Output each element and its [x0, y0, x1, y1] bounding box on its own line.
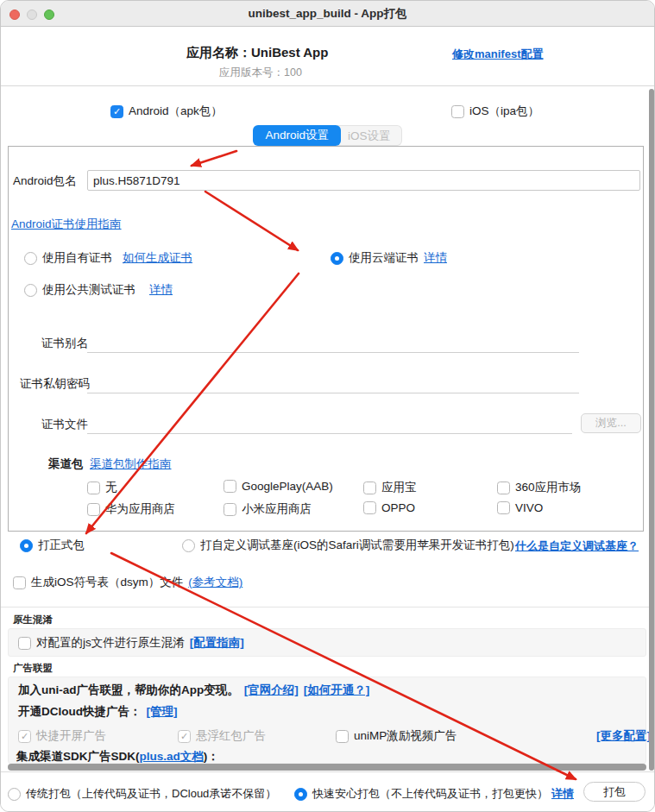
cert-alias-field[interactable]: [87, 352, 579, 353]
channel-xiaomi-option[interactable]: 小米应用商店: [224, 501, 312, 517]
ad-redpacket-label: 悬浮红包广告: [196, 728, 266, 744]
android-cert-guide-link[interactable]: Android证书使用指南: [11, 217, 122, 232]
modify-manifest-link[interactable]: 修改manifest配置: [452, 47, 543, 62]
channel-huawei-checkbox[interactable]: [87, 503, 100, 516]
platform-ios-option[interactable]: iOS（ipa包）: [451, 104, 539, 119]
public-test-cert-detail-link[interactable]: 详情: [149, 282, 173, 298]
public-test-cert-label: 使用公共测试证书: [42, 282, 135, 298]
channel-vivo-label: VIVO: [515, 501, 543, 514]
cloud-cert-option[interactable]: 使用云端证书 详情: [331, 250, 447, 266]
channel-xiaomi-label: 小米应用商店: [242, 501, 312, 517]
browse-button[interactable]: 浏览...: [581, 413, 641, 433]
vertical-scrollbar[interactable]: [649, 89, 654, 771]
channel-yingyongbao-label: 应用宝: [381, 480, 417, 495]
dsym-option[interactable]: 生成iOS符号表（dsym）文件 (参考文档): [13, 575, 242, 590]
window-title: unibest_app_build - App打包: [1, 1, 654, 27]
cloud-cert-radio[interactable]: [331, 252, 343, 265]
ad-unimp-checkbox[interactable]: [336, 730, 349, 743]
ad-sdk-row: 集成渠道SDK广告SDK( plus.ad文档 )：: [16, 749, 219, 765]
ad-dcloud-text: 开通DCloud快捷广告：: [18, 704, 142, 720]
build-button[interactable]: 打包: [583, 782, 646, 802]
android-checkbox[interactable]: [110, 105, 123, 118]
obfuscation-label: 对配置的js文件进行原生混淆: [36, 635, 185, 651]
traditional-build-option[interactable]: 传统打包（上传代码及证书，DCloud承诺不保留）: [8, 786, 276, 802]
ad-splash-option: 快捷开屏广告: [18, 728, 106, 744]
channel-package-label: 渠道包: [48, 456, 84, 472]
platform-android-option[interactable]: Android（apk包）: [110, 104, 223, 119]
section-divider: [1, 607, 655, 607]
ad-splash-label: 快捷开屏广告: [36, 728, 106, 744]
ad-join-row: 加入uni-ad广告联盟，帮助你的App变现。 [官网介绍] [如何开通？]: [18, 683, 369, 698]
app-info-header: 应用名称：UniBest App 修改manifest配置 应用版本号：100: [1, 27, 654, 86]
app-version-label: 应用版本号：100: [219, 66, 302, 80]
ad-official-intro-link[interactable]: [官网介绍]: [244, 683, 299, 698]
what-is-custom-base-link[interactable]: 什么是自定义调试基座？: [515, 538, 639, 554]
channel-huawei-option[interactable]: 华为应用商店: [87, 501, 175, 517]
own-cert-radio[interactable]: [24, 252, 37, 265]
channel-oppo-label: OPPO: [381, 501, 415, 514]
obfuscation-option[interactable]: 对配置的js文件进行原生混淆 [配置指南]: [18, 635, 244, 651]
channel-yingyongbao-checkbox[interactable]: [363, 482, 376, 494]
cert-password-field[interactable]: [87, 393, 579, 393]
public-test-cert-radio[interactable]: [24, 284, 37, 297]
how-to-generate-cert-link[interactable]: 如何生成证书: [123, 250, 192, 266]
release-build-option[interactable]: 打正式包: [20, 538, 85, 553]
channel-oppo-checkbox[interactable]: [363, 501, 376, 514]
dsym-checkbox[interactable]: [13, 576, 26, 589]
channel-vivo-checkbox[interactable]: [497, 501, 510, 514]
public-test-cert-option[interactable]: 使用公共测试证书 详情: [24, 282, 173, 298]
channel-360-option[interactable]: 360应用市场: [497, 480, 582, 495]
own-cert-option[interactable]: 使用自有证书 如何生成证书: [24, 250, 192, 266]
fast-build-option[interactable]: 快速安心打包（不上传代码及证书，打包更快）: [294, 786, 548, 802]
cloud-cert-detail-link[interactable]: 详情: [424, 250, 447, 266]
channel-googleplay-label: GooglePlay(AAB): [242, 480, 333, 493]
channel-googleplay-checkbox[interactable]: [224, 480, 236, 493]
cert-file-field[interactable]: [87, 433, 572, 434]
ad-unimp-option[interactable]: uniMP激励视频广告: [336, 728, 457, 744]
channel-none-label: 无: [105, 480, 117, 495]
title-bar: unibest_app_build - App打包: [1, 1, 654, 27]
ad-how-to-open-link[interactable]: [如何开通？]: [304, 683, 370, 698]
custom-base-radio[interactable]: [182, 539, 195, 552]
own-cert-label: 使用自有证书: [42, 250, 112, 266]
channel-none-option[interactable]: 无: [87, 480, 117, 495]
dsym-label: 生成iOS符号表（dsym）文件: [31, 575, 183, 590]
channel-360-checkbox[interactable]: [497, 482, 510, 494]
channel-yingyongbao-option[interactable]: 应用宝: [363, 480, 417, 495]
ad-manage-link[interactable]: [管理]: [147, 704, 178, 720]
channel-vivo-option[interactable]: VIVO: [497, 501, 543, 514]
app-build-dialog: unibest_app_build - App打包 应用名称：UniBest A…: [0, 0, 655, 812]
ad-dcloud-row: 开通DCloud快捷广告： [管理]: [18, 704, 178, 720]
android-package-input[interactable]: [87, 170, 640, 191]
channel-none-checkbox[interactable]: [87, 482, 100, 494]
traditional-build-radio[interactable]: [8, 788, 21, 801]
channel-oppo-option[interactable]: OPPO: [363, 501, 415, 514]
channel-googleplay-option[interactable]: GooglePlay(AAB): [224, 480, 333, 493]
custom-base-option[interactable]: 打自定义调试基座(iOS的Safari调试需要用苹果开发证书打包): [182, 538, 514, 553]
ad-join-text: 加入uni-ad广告联盟，帮助你的App变现。: [18, 683, 239, 698]
ad-splash-checkbox: [18, 730, 31, 743]
ad-more-config-link[interactable]: [更多配置]: [596, 728, 651, 744]
ios-checkbox[interactable]: [451, 105, 464, 118]
dsym-doc-link[interactable]: (参考文档): [188, 575, 242, 590]
release-build-radio[interactable]: [20, 539, 33, 552]
android-checkbox-label: Android（apk包）: [129, 104, 223, 119]
channel-360-label: 360应用市场: [515, 480, 582, 495]
traditional-build-label: 传统打包（上传代码及证书，DCloud承诺不保留）: [26, 786, 276, 802]
ad-redpacket-option: 悬浮红包广告: [178, 728, 266, 744]
ad-sdk-suffix: )：: [204, 749, 219, 765]
horizontal-scrollbar[interactable]: [8, 764, 646, 771]
channel-guide-link[interactable]: 渠道包制作指南: [90, 456, 172, 472]
tab-android-settings[interactable]: Android设置: [253, 125, 341, 146]
footer-detail-link[interactable]: 详情: [551, 786, 574, 802]
fast-build-radio[interactable]: [294, 788, 307, 801]
app-name-label: 应用名称：UniBest App: [186, 45, 328, 61]
channel-xiaomi-checkbox[interactable]: [224, 503, 236, 516]
tab-ios-settings[interactable]: iOS设置: [337, 125, 402, 146]
cert-alias-label: 证书别名: [41, 336, 88, 351]
obfuscation-guide-link[interactable]: [配置指南]: [190, 635, 244, 651]
plus-ad-doc-link[interactable]: plus.ad文档: [140, 749, 204, 765]
obfuscation-checkbox[interactable]: [18, 637, 31, 650]
custom-base-label: 打自定义调试基座(iOS的Safari调试需要用苹果开发证书打包): [200, 538, 514, 553]
cert-file-label: 证书文件: [41, 417, 88, 432]
